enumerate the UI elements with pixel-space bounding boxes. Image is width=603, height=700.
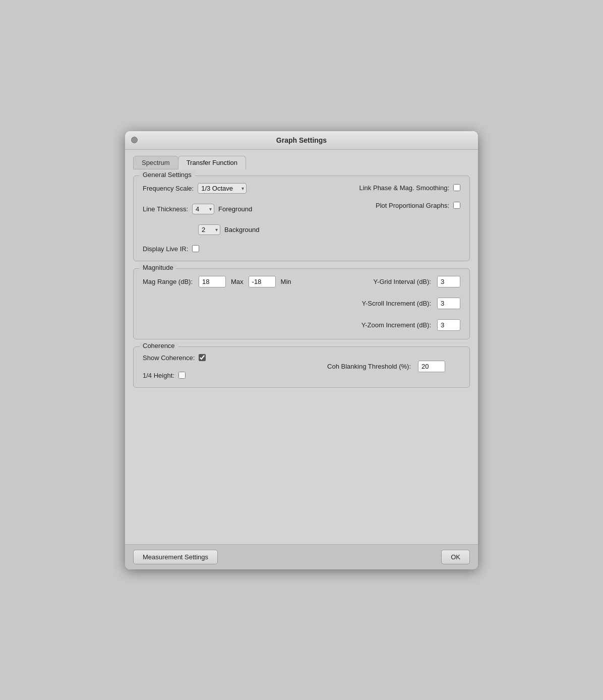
general-settings-label: General Settings: [140, 171, 195, 179]
window-body: Spectrum Transfer Function General Setti…: [125, 150, 478, 544]
tab-transfer-function[interactable]: Transfer Function: [178, 156, 246, 169]
graph-settings-window: Graph Settings Spectrum Transfer Functio…: [125, 131, 478, 569]
background-label: Background: [224, 226, 259, 234]
show-coherence-checkbox[interactable]: [199, 354, 206, 361]
magnitude-section: Magnitude Mag Range (dB): Max Min Y-Gri: [133, 268, 470, 339]
thickness-fg-select[interactable]: 4 1 2 3: [192, 204, 214, 214]
line-thickness-background-row: 2 1 3 4 Background: [143, 224, 302, 235]
mag-min-input[interactable]: [249, 276, 276, 287]
window-title: Graph Settings: [276, 136, 327, 144]
bottom-bar: Measurement Settings OK: [125, 544, 478, 569]
general-settings-section: General Settings Frequency Scale: 1/3 Oc…: [133, 176, 470, 261]
y-grid-label: Y-Grid Interval (dB):: [374, 278, 431, 285]
traffic-lights: [131, 137, 138, 143]
general-left-col: Frequency Scale: 1/3 Octave 1/6 Octave 1…: [143, 183, 302, 253]
mag-range-label: Mag Range (dB):: [143, 278, 193, 285]
link-phase-row: Link Phase & Mag. Smoothing:: [302, 184, 460, 192]
frequency-scale-wrapper: 1/3 Octave 1/6 Octave 1/12 Octave Linear: [198, 183, 247, 194]
magnitude-content: Mag Range (dB): Max Min Y-Grid Interval …: [143, 276, 460, 331]
y-zoom-row: Y-Zoom Increment (dB):: [361, 319, 460, 331]
y-zoom-input[interactable]: [437, 319, 460, 331]
measurement-settings-button[interactable]: Measurement Settings: [133, 550, 218, 564]
line-thickness-foreground-row: Line Thickness: 4 1 2 3 Foreground: [143, 204, 302, 214]
y-scroll-row: Y-Scroll Increment (dB):: [361, 298, 460, 309]
y-grid-row: Y-Grid Interval (dB):: [361, 276, 460, 287]
title-bar: Graph Settings: [125, 131, 478, 150]
thickness-bg-wrapper: 2 1 3 4: [198, 224, 220, 235]
plot-proportional-row: Plot Proportional Graphs:: [302, 202, 460, 209]
tab-bar: Spectrum Transfer Function: [133, 156, 470, 169]
y-zoom-label: Y-Zoom Increment (dB):: [361, 321, 431, 329]
general-settings-grid: Frequency Scale: 1/3 Octave 1/6 Octave 1…: [143, 183, 460, 253]
empty-space: [133, 395, 470, 536]
coherence-right: Coh Blanking Threshold (%):: [302, 354, 460, 379]
y-scroll-input[interactable]: [437, 298, 460, 309]
mag-right: Y-Grid Interval (dB): Y-Scroll Increment…: [361, 276, 460, 331]
foreground-label: Foreground: [218, 205, 252, 213]
display-live-ir-checkbox[interactable]: [192, 245, 199, 252]
line-thickness-label: Line Thickness:: [143, 205, 188, 213]
coh-blanking-label: Coh Blanking Threshold (%):: [327, 363, 411, 370]
general-right-col: Link Phase & Mag. Smoothing: Plot Propor…: [302, 183, 460, 253]
close-button[interactable]: [131, 137, 138, 143]
quarter-height-checkbox[interactable]: [178, 372, 186, 379]
coherence-section: Coherence Show Coherence: 1/4 Height: Co…: [133, 346, 470, 388]
y-grid-input[interactable]: [437, 276, 460, 287]
thickness-fg-wrapper: 4 1 2 3: [192, 204, 214, 214]
quarter-height-label: 1/4 Height:: [143, 372, 174, 379]
coherence-label: Coherence: [140, 342, 178, 349]
coh-blanking-input[interactable]: [418, 361, 445, 372]
tab-spectrum[interactable]: Spectrum: [133, 156, 178, 169]
coherence-content: Show Coherence: 1/4 Height: Coh Blanking…: [143, 354, 460, 379]
mag-max-input[interactable]: [199, 276, 226, 287]
coherence-left: Show Coherence: 1/4 Height:: [143, 354, 302, 379]
quarter-height-row: 1/4 Height:: [143, 372, 302, 379]
y-scroll-label: Y-Scroll Increment (dB):: [361, 300, 431, 307]
frequency-scale-label: Frequency Scale:: [143, 185, 194, 192]
frequency-scale-select[interactable]: 1/3 Octave 1/6 Octave 1/12 Octave Linear: [198, 183, 247, 194]
plot-proportional-label: Plot Proportional Graphs:: [376, 202, 449, 209]
max-label: Max: [231, 278, 244, 285]
display-live-ir-row: Display Live IR:: [143, 245, 302, 253]
link-phase-checkbox[interactable]: [453, 184, 460, 191]
min-label: Min: [281, 278, 291, 285]
thickness-bg-select[interactable]: 2 1 3 4: [198, 224, 220, 235]
mag-left: Mag Range (dB): Max Min: [143, 276, 291, 287]
show-coherence-label: Show Coherence:: [143, 354, 195, 362]
ok-button[interactable]: OK: [441, 550, 470, 564]
show-coherence-row: Show Coherence:: [143, 354, 302, 362]
magnitude-label: Magnitude: [140, 264, 176, 271]
plot-proportional-checkbox[interactable]: [453, 202, 460, 209]
link-phase-label: Link Phase & Mag. Smoothing:: [359, 184, 450, 192]
mag-range-row: Mag Range (dB): Max Min: [143, 276, 291, 287]
frequency-scale-row: Frequency Scale: 1/3 Octave 1/6 Octave 1…: [143, 183, 302, 194]
display-live-ir-label: Display Live IR:: [143, 245, 188, 253]
